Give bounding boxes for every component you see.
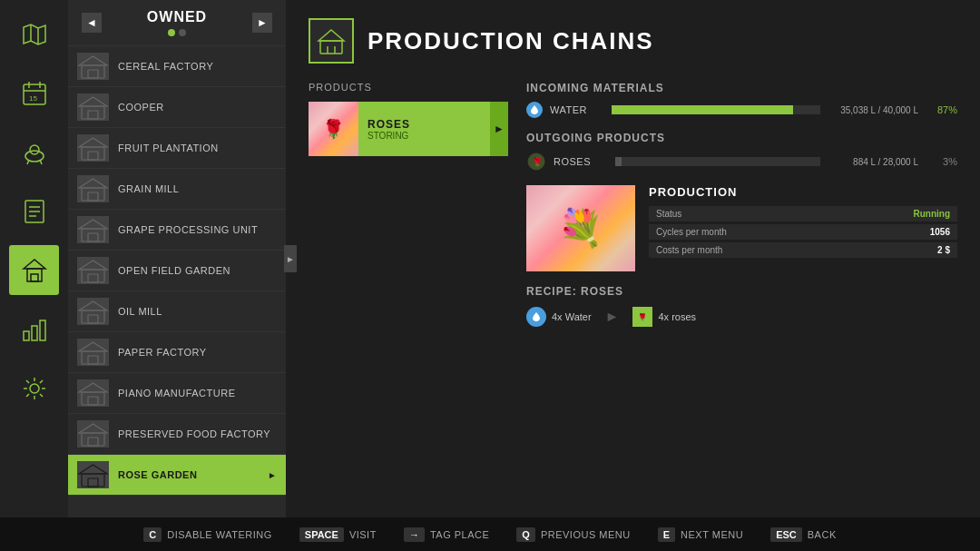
products-column: PRODUCTS 🌹 ROSES STORING ► [309,82,508,327]
sidebar-icon-buildings[interactable] [9,245,59,295]
buildings-panel: ◄ OWNED ► CEREAL FACTORY COOPER FRUIT PL… [68,0,286,517]
collapse-handle[interactable]: ► [284,245,297,272]
recipe-ingredient-water: 4x Water [526,307,592,327]
sidebar-icon-settings[interactable] [9,363,59,413]
svg-text:🌹: 🌹 [532,156,544,168]
svg-rect-49 [88,438,98,446]
roses-amount: 884 L / 28,000 L [828,157,918,167]
production-rows: StatusRunningCycles per month1056Costs p… [649,206,957,258]
svg-rect-25 [88,111,98,119]
panel-prev-btn[interactable]: ◄ [82,13,102,33]
svg-rect-52 [88,478,98,487]
production-details: PRODUCTION StatusRunningCycles per month… [649,185,957,271]
sidebar-icon-calendar[interactable]: 15 [9,68,59,118]
roses-out-icon: 🌹 [526,152,546,172]
recipe-title: RECIPE: ROSES [526,285,957,298]
production-row-0: StatusRunning [649,206,957,221]
sidebar-icon-stats[interactable] [9,304,59,354]
hotkey-key-1: SPACE [299,527,344,542]
building-active-arrow: ► [268,470,277,480]
building-thumb-2 [77,134,109,162]
water-amount: 35,038 L / 40,000 L [828,105,918,115]
building-item-preserved-food-factory[interactable]: PRESERVED FOOD FACTORY [68,414,286,455]
svg-rect-22 [88,70,98,78]
production-key-0: Status [656,209,681,219]
sidebar-icon-map[interactable] [9,9,59,59]
page-title: PRODUCTION CHAINS [368,27,654,55]
svg-rect-18 [40,320,45,340]
svg-rect-46 [88,397,98,405]
building-name-1: COOPER [118,102,277,113]
svg-marker-51 [79,465,107,474]
svg-point-6 [30,145,39,154]
building-thumb-10 [77,461,109,488]
sidebar-icon-farm[interactable] [9,127,59,177]
sidebar-icon-notes[interactable] [9,186,59,236]
hotkey-label-0: DISABLE WATERING [167,529,272,540]
svg-rect-35 [82,270,104,282]
panel-header: ◄ OWNED ► [68,0,286,46]
production-row-2: Costs per month2 $ [649,242,957,258]
svg-rect-29 [82,188,104,201]
hotkey-label-3: PREVIOUS MENU [541,529,631,540]
outgoing-products-section: OUTGOING PRODUCTS 🌹 ROSES 884 L / 28,000… [526,132,957,172]
hotkey-group-1: SPACEVISIT [299,527,377,542]
content-columns: PRODUCTS 🌹 ROSES STORING ► INCOMING MATE… [309,82,957,327]
production-image: 💐 [526,185,635,271]
building-name-10: ROSE GARDEN [118,469,259,480]
building-item-grape-processing-unit[interactable]: GRAPE PROCESSING UNIT [68,210,286,251]
recipe-section: RECIPE: ROSES 4x Water ► 🌹 4x roses [526,285,957,327]
material-row-water: WATER 35,038 L / 40,000 L 87% [526,102,957,118]
svg-marker-24 [79,97,107,106]
production-key-2: Costs per month [656,245,722,255]
building-thumb-7 [77,339,109,366]
hotkey-key-2: → [404,527,425,542]
panel-dots [168,29,186,36]
main-content: PRODUCTION CHAINS PRODUCTS 🌹 ROSES STORI… [286,0,980,517]
building-thumb-8 [77,379,109,407]
svg-marker-27 [79,138,107,147]
building-item-paper-factory[interactable]: PAPER FACTORY [68,332,286,373]
product-card[interactable]: 🌹 ROSES STORING ► [309,102,508,156]
svg-line-7 [27,160,29,164]
building-name-4: GRAPE PROCESSING UNIT [118,224,277,235]
production-title: PRODUCTION [649,185,957,199]
building-item-fruit-plantation[interactable]: FRUIT PLANTATION [68,128,286,169]
svg-rect-31 [88,192,98,201]
building-thumb-1 [77,93,109,121]
svg-rect-28 [88,152,98,160]
svg-rect-20 [82,65,104,78]
svg-marker-14 [24,260,45,269]
outgoing-row-roses: 🌹 ROSES 884 L / 28,000 L 3% [526,152,957,172]
building-name-5: OPEN FIELD GARDEN [118,265,277,276]
svg-line-8 [40,160,42,164]
building-item-grain-mill[interactable]: GRAIN MILL [68,169,286,210]
hotkey-label-1: VISIT [349,529,377,540]
svg-marker-33 [79,220,107,229]
panel-next-btn[interactable]: ► [252,13,272,33]
page-icon [309,18,354,64]
recipe-water-icon [526,307,546,327]
building-item-rose-garden[interactable]: ROSE GARDEN► [68,455,286,496]
hotkey-group-2: →TAG PLACE [404,527,489,542]
svg-rect-47 [82,433,104,446]
roses-progress-bar [615,157,820,166]
roses-progress-fill [615,157,622,166]
building-item-cereal-factory[interactable]: CEREAL FACTORY [68,46,286,87]
recipe-result-roses: 🌹 4x roses [632,307,696,327]
building-name-6: OIL MILL [118,306,277,317]
outgoing-products-title: OUTGOING PRODUCTS [526,132,957,144]
recipe-roses-text: 4x roses [658,311,696,322]
building-item-piano-manufacture[interactable]: PIANO MANUFACTURE [68,373,286,414]
svg-rect-34 [88,233,98,241]
production-val-1: 1056 [930,227,950,237]
svg-point-19 [30,384,39,393]
building-item-open-field-garden[interactable]: OPEN FIELD GARDEN [68,251,286,291]
hotkey-group-5: ESCBACK [770,527,837,542]
building-item-cooper[interactable]: COOPER [68,87,286,128]
production-key-1: Cycles per month [656,227,727,237]
building-item-oil-mill[interactable]: OIL MILL [68,291,286,332]
incoming-materials-title: INCOMING MATERIALS [526,82,957,94]
svg-marker-39 [79,301,107,310]
building-name-3: GRAIN MILL [118,183,277,194]
